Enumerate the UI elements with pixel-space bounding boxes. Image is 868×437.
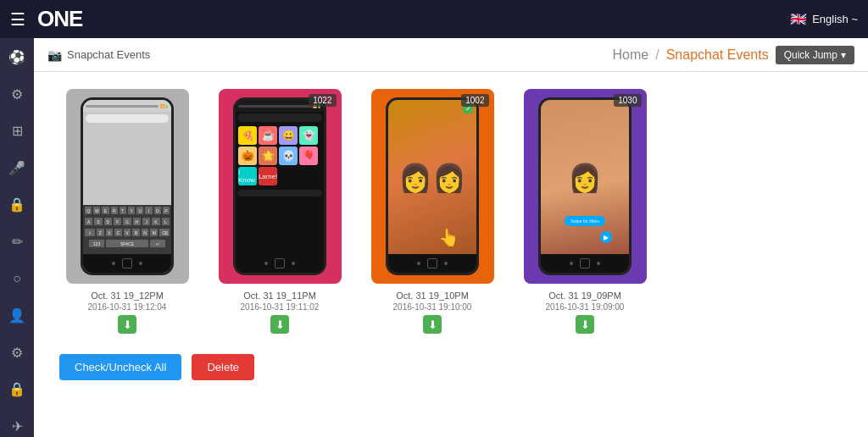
card-1-meta: Oct. 31 19_12PM 2016-10-31 19:12:04 ⬇: [59, 290, 195, 334]
breadcrumb-bar: 📷 Snapchat Events Home / Snapchat Events…: [34, 38, 868, 72]
card-1-timestamp: Oct. 31 19_12PM: [59, 290, 195, 301]
breadcrumb-page-label: Snapchat Events: [67, 48, 150, 61]
sidebar-icon-lock[interactable]: 🔒: [4, 194, 30, 216]
breadcrumb-home[interactable]: Home: [613, 47, 649, 63]
content-area: 📷 Snapchat Events Home / Snapchat Events…: [34, 38, 868, 437]
card-3-timestamp: Oct. 31 19_10PM: [364, 290, 500, 301]
delete-button[interactable]: Delete: [192, 354, 254, 380]
sidebar-icon-mic[interactable]: 🎤: [4, 158, 30, 180]
card-2-timestamp: Oct. 31 19_11PM: [212, 290, 348, 301]
cards-grid: 📶🔋 QWERTYUIOP: [59, 89, 843, 334]
sidebar-icon-settings[interactable]: ⚙: [4, 84, 30, 106]
card-3-datetime: 2016-10-31 19:10:00: [364, 302, 500, 312]
app-logo: ONE: [37, 6, 82, 32]
card-4-timestamp: Oct. 31 19_09PM: [517, 290, 653, 301]
bottom-actions: Check/Uncheck All Delete: [59, 354, 843, 380]
flag-icon: 🇬🇧: [790, 11, 807, 27]
card-1: 📶🔋 QWERTYUIOP: [59, 89, 195, 334]
card-4: 1030 👩 Swipe for filters: [517, 89, 653, 334]
sidebar-icon-edit[interactable]: ✏: [4, 231, 30, 253]
card-4-badge: 1030: [614, 94, 641, 107]
sidebar-icon-lock2[interactable]: 🔒: [4, 379, 30, 401]
sidebar-icon-soccer[interactable]: ⚽: [4, 47, 30, 69]
card-3: 1002 👩‍👩 ✓: [364, 89, 500, 334]
card-2: 1022 📶🔋: [212, 89, 348, 334]
sidebar-icon-person[interactable]: 👤: [4, 305, 30, 327]
page-content: 📶🔋 QWERTYUIOP: [34, 72, 868, 437]
quick-jump-button[interactable]: Quick Jump ▾: [776, 46, 854, 64]
sidebar-icon-grid[interactable]: ⊞: [4, 120, 30, 142]
card-2-download-button[interactable]: ⬇: [270, 315, 289, 334]
breadcrumb-separator: /: [655, 47, 659, 63]
card-2-meta: Oct. 31 19_11PM 2016-10-31 19:11:02 ⬇: [212, 290, 348, 334]
card-1-datetime: 2016-10-31 19:12:04: [59, 302, 195, 312]
quick-jump-arrow-icon: ▾: [841, 49, 846, 61]
sidebar-icon-settings2[interactable]: ⚙: [4, 341, 30, 363]
hamburger-menu[interactable]: ☰: [10, 9, 25, 30]
card-4-datetime: 2016-10-31 19:09:00: [517, 302, 653, 312]
swipe-pill: Swipe for filters: [565, 216, 605, 226]
card-4-download-button[interactable]: ⬇: [576, 315, 594, 334]
language-selector[interactable]: 🇬🇧 English ~: [790, 11, 858, 27]
card-3-badge: 1002: [461, 94, 488, 107]
card-4-meta: Oct. 31 19_09PM 2016-10-31 19:09:00 ⬇: [517, 290, 653, 334]
sidebar-icon-send[interactable]: ✈: [4, 415, 30, 437]
breadcrumb-left: 📷 Snapchat Events: [47, 48, 150, 62]
lang-label: English ~: [812, 13, 858, 25]
card-3-download-button[interactable]: ⬇: [423, 315, 442, 334]
card-2-datetime: 2016-10-31 19:11:02: [212, 302, 348, 312]
card-2-badge: 1022: [309, 94, 336, 107]
page-icon: 📷: [47, 48, 62, 62]
card-1-download-button[interactable]: ⬇: [118, 315, 136, 334]
sidebar-icon-circle[interactable]: ○: [4, 268, 30, 290]
check-uncheck-all-button[interactable]: Check/Uncheck All: [59, 354, 181, 380]
sidebar: ⚽ ⚙ ⊞ 🎤 🔒 ✏ ○ 👤 ⚙ 🔒 ✈: [0, 38, 34, 437]
quick-jump-label: Quick Jump: [784, 49, 837, 61]
card-3-meta: Oct. 31 19_10PM 2016-10-31 19:10:00 ⬇: [364, 290, 500, 334]
breadcrumb-current: Snapchat Events: [666, 47, 769, 63]
